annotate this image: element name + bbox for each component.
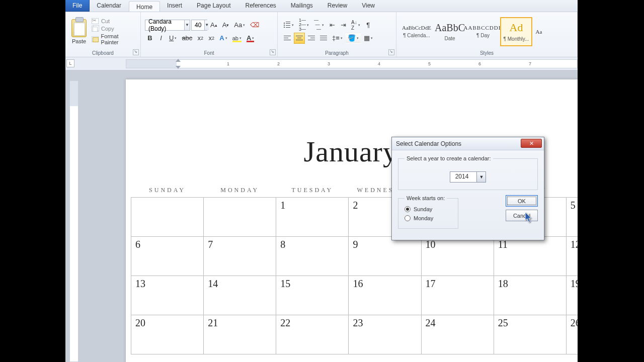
- font-color-button[interactable]: A: [245, 33, 256, 44]
- subscript-button[interactable]: x2: [195, 33, 205, 44]
- calendar-cell[interactable]: 9: [349, 237, 421, 276]
- format-painter-icon: [92, 36, 99, 42]
- justify-button[interactable]: [318, 33, 329, 44]
- multilevel-list-button[interactable]: — — —: [312, 20, 326, 31]
- paste-label: Paste: [72, 38, 86, 44]
- shrink-font-button[interactable]: A▾: [220, 20, 231, 31]
- change-case-button[interactable]: Aa: [232, 20, 247, 31]
- decrease-indent-button[interactable]: ⇤: [327, 20, 337, 31]
- group-label: Clipboard: [69, 49, 136, 56]
- calendar-cell[interactable]: [204, 198, 276, 237]
- align-right-button[interactable]: [306, 33, 317, 44]
- bullets-button[interactable]: [282, 20, 296, 31]
- week-legend: Week starts on:: [405, 195, 447, 201]
- word-window: File Calendar Home Insert Page Layout Re…: [65, 0, 578, 362]
- ribbon: Paste Cut Copy Format Painter Clipboard …: [65, 12, 578, 57]
- tab-calendar[interactable]: Calendar: [90, 0, 129, 12]
- style-monthly[interactable]: Ad¶ Monthly...: [500, 17, 532, 46]
- tab-references[interactable]: References: [238, 0, 283, 12]
- tab-home[interactable]: Home: [129, 1, 160, 12]
- vertical-ruler[interactable]: [69, 80, 78, 362]
- calendar-cell[interactable]: 25: [494, 315, 566, 354]
- chevron-down-icon: ▼: [476, 172, 486, 182]
- calendar-cell[interactable]: 8: [276, 237, 349, 276]
- week-start-fieldset: Week starts on: Sunday Monday: [398, 195, 458, 229]
- dialog-close-button[interactable]: ✕: [521, 139, 542, 148]
- close-icon: ✕: [529, 140, 534, 147]
- show-marks-button[interactable]: ¶: [363, 20, 373, 31]
- style-date[interactable]: AaBbCDate: [434, 17, 466, 46]
- calendar-row: 13141516171819: [131, 276, 578, 315]
- borders-button[interactable]: ▦: [362, 33, 375, 44]
- style-more[interactable]: Aa: [533, 17, 544, 46]
- calendar-cell[interactable]: 1: [276, 198, 349, 237]
- clear-formatting-button[interactable]: ⌫: [248, 20, 261, 31]
- calendar-cell[interactable]: 21: [204, 315, 276, 354]
- calendar-cell[interactable]: 5: [566, 198, 578, 237]
- calendar-row: 20212223242526: [131, 315, 578, 354]
- clipboard-dialog-launcher[interactable]: [133, 49, 139, 55]
- font-name-combo[interactable]: Candara (Body)▼: [145, 20, 190, 31]
- strikethrough-button[interactable]: abc: [180, 33, 194, 44]
- calendar-cell[interactable]: 12: [566, 237, 578, 276]
- tab-page-layout[interactable]: Page Layout: [190, 0, 238, 12]
- calendar-cell[interactable]: [131, 198, 204, 237]
- format-painter-button[interactable]: Format Painter: [92, 33, 136, 45]
- chevron-down-icon: ▼: [184, 20, 190, 30]
- calendar-cell[interactable]: 11: [494, 237, 566, 276]
- numbering-button[interactable]: 1—2—3—: [297, 20, 311, 31]
- calendar-options-dialog: Select Calendar Options ✕ Select a year …: [391, 137, 544, 240]
- line-spacing-button[interactable]: ‡≡: [330, 33, 345, 44]
- tab-selector[interactable]: L: [66, 59, 74, 67]
- horizontal-ruler[interactable]: 1 2 3 4 5 6 7: [126, 59, 578, 68]
- copy-button[interactable]: Copy: [92, 26, 136, 32]
- radio-monday[interactable]: Monday: [405, 215, 452, 221]
- style-day[interactable]: AABBCCDDE¶ Day: [467, 17, 499, 46]
- align-left-button[interactable]: [282, 33, 293, 44]
- calendar-cell[interactable]: 10: [421, 237, 494, 276]
- copy-icon: [92, 26, 99, 32]
- calendar-cell[interactable]: 16: [349, 276, 421, 315]
- font-size-combo[interactable]: 40▼: [191, 20, 207, 31]
- calendar-cell[interactable]: 19: [566, 276, 578, 315]
- paragraph-dialog-launcher[interactable]: [388, 49, 394, 55]
- calendar-cell[interactable]: 6: [131, 237, 204, 276]
- italic-button[interactable]: I: [156, 33, 166, 44]
- tab-view[interactable]: View: [355, 0, 382, 12]
- paste-button[interactable]: Paste: [69, 19, 89, 44]
- tab-file[interactable]: File: [65, 0, 90, 12]
- superscript-button[interactable]: x2: [206, 33, 216, 44]
- grow-font-button[interactable]: A▴: [208, 20, 219, 31]
- calendar-cell[interactable]: 26: [566, 315, 578, 354]
- calendar-cell[interactable]: 15: [276, 276, 349, 315]
- cut-icon: [92, 18, 99, 24]
- ok-button[interactable]: OK: [506, 195, 538, 207]
- font-dialog-launcher[interactable]: [270, 49, 276, 55]
- calendar-row: 6789101112: [131, 237, 578, 276]
- style-calendar[interactable]: AaBbCcDdE¶ Calenda...: [400, 17, 433, 46]
- calendar-cell[interactable]: 17: [421, 276, 494, 315]
- highlight-button[interactable]: ab: [230, 33, 244, 44]
- tab-insert[interactable]: Insert: [160, 0, 190, 12]
- calendar-cell[interactable]: 7: [204, 237, 276, 276]
- bold-button[interactable]: B: [145, 33, 155, 44]
- year-combo[interactable]: 2014 ▼: [450, 171, 487, 183]
- calendar-cell[interactable]: 23: [349, 315, 421, 354]
- calendar-cell[interactable]: 24: [421, 315, 494, 354]
- tab-review[interactable]: Review: [320, 0, 355, 12]
- calendar-cell[interactable]: 22: [276, 315, 349, 354]
- underline-button[interactable]: U: [167, 33, 179, 44]
- calendar-cell[interactable]: 14: [204, 276, 276, 315]
- cut-button[interactable]: Cut: [92, 18, 136, 24]
- text-effects-button[interactable]: A: [217, 33, 229, 44]
- indent-marker[interactable]: [176, 59, 181, 69]
- radio-sunday[interactable]: Sunday: [405, 206, 452, 212]
- calendar-cell[interactable]: 18: [494, 276, 566, 315]
- align-center-button[interactable]: [294, 33, 305, 44]
- shading-button[interactable]: 🪣: [346, 33, 361, 44]
- increase-indent-button[interactable]: ⇥: [338, 20, 348, 31]
- calendar-cell[interactable]: 13: [131, 276, 204, 315]
- tab-mailings[interactable]: Mailings: [284, 0, 320, 12]
- calendar-cell[interactable]: 20: [131, 315, 204, 354]
- sort-button[interactable]: A↓Z: [349, 20, 362, 31]
